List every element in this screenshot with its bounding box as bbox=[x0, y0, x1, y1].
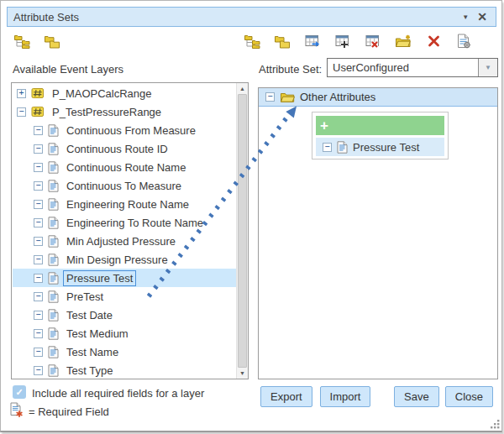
tree-item-label: P_TestPressureRange bbox=[50, 105, 164, 119]
expander-icon[interactable]: − bbox=[34, 292, 43, 301]
tree-item-label: Test Name bbox=[64, 345, 121, 359]
field-icon bbox=[48, 346, 59, 358]
attribute-set-value: UserConfigured bbox=[328, 59, 478, 76]
expander-icon[interactable]: − bbox=[34, 237, 43, 246]
drag-item: − Pressure Test bbox=[316, 138, 444, 156]
tree-scrollbar[interactable]: ▲ ▼ bbox=[236, 83, 248, 379]
tree-item[interactable]: −Min Design Pressure bbox=[13, 250, 236, 269]
attribute-set-tree-icon[interactable] bbox=[243, 33, 261, 50]
event-layer-icon bbox=[31, 106, 45, 118]
dropdown-arrow-icon[interactable]: ▼ bbox=[478, 59, 497, 76]
tree-item-label: Test Medium bbox=[64, 327, 131, 341]
remove-table-icon[interactable] bbox=[364, 33, 382, 50]
tree-item[interactable]: −Engineering Route Name bbox=[13, 195, 236, 213]
browse-attribute-sets-icon[interactable] bbox=[43, 33, 61, 50]
expander-icon[interactable]: − bbox=[34, 255, 43, 264]
close-button[interactable]: Close bbox=[445, 386, 493, 407]
tree-item[interactable]: −PreTest bbox=[13, 287, 236, 306]
expander-icon[interactable]: − bbox=[34, 311, 43, 320]
expander-icon[interactable]: − bbox=[34, 348, 43, 357]
tree-item-label: PreTest bbox=[64, 290, 106, 304]
delete-icon[interactable] bbox=[424, 33, 443, 50]
include-required-checkbox[interactable]: ✓ bbox=[13, 385, 26, 399]
expander-icon[interactable]: − bbox=[34, 366, 43, 375]
tree-item[interactable]: −Test Date bbox=[13, 306, 236, 324]
open-attribute-set-icon[interactable] bbox=[273, 33, 291, 50]
scroll-up-icon[interactable]: ▲ bbox=[237, 83, 248, 94]
tree-item-label: Engineering Route Name bbox=[64, 197, 192, 212]
footer-buttons-left: ExportImport bbox=[260, 386, 370, 407]
tree-item-label: Min Design Pressure bbox=[64, 253, 171, 267]
attribute-set-dropdown[interactable]: UserConfigured ▼ bbox=[327, 58, 498, 77]
expander-icon[interactable]: − bbox=[34, 200, 43, 209]
drop-indicator: + bbox=[316, 116, 444, 135]
field-icon bbox=[48, 290, 59, 303]
close-icon[interactable]: ✕ bbox=[477, 11, 487, 23]
import-button[interactable]: Import bbox=[320, 386, 371, 407]
export-table-icon[interactable] bbox=[303, 33, 322, 50]
field-icon bbox=[48, 272, 59, 285]
titlebar[interactable]: Attribute Sets ▼ ✕ bbox=[7, 7, 496, 27]
footer-buttons-right: SaveClose bbox=[394, 386, 493, 407]
scroll-thumb[interactable] bbox=[238, 94, 247, 368]
expander-icon[interactable]: − bbox=[34, 144, 43, 154]
expander-icon[interactable]: − bbox=[265, 92, 275, 102]
tree-item[interactable]: −Continuous To Measure bbox=[13, 176, 236, 195]
expander-icon[interactable]: − bbox=[34, 126, 43, 135]
attribute-set-panel: − Other Attributes + − Pressure Test bbox=[258, 87, 498, 379]
save-button[interactable]: Save bbox=[394, 386, 439, 407]
tree-item[interactable]: −Test Medium bbox=[13, 324, 236, 342]
expander-icon[interactable]: − bbox=[34, 274, 43, 283]
scroll-down-icon[interactable]: ▼ bbox=[237, 368, 248, 379]
field-icon bbox=[48, 180, 59, 192]
available-layers-panel: +P_MAOPCalcRange−P_TestPressureRange−Con… bbox=[11, 82, 249, 379]
expander-icon[interactable]: − bbox=[34, 181, 43, 191]
new-attribute-set-icon[interactable] bbox=[13, 33, 31, 50]
expander-icon[interactable]: − bbox=[34, 329, 43, 338]
field-icon bbox=[48, 161, 59, 174]
tree-item-label: Pressure Test bbox=[64, 271, 135, 285]
tree-item[interactable]: −Min Adjusted Pressure bbox=[13, 232, 236, 250]
checkbox-label: Include all required fields for a layer bbox=[32, 387, 204, 400]
export-button[interactable]: Export bbox=[260, 386, 312, 407]
tree-item[interactable]: −Continuous Route ID bbox=[13, 139, 236, 158]
expander-icon[interactable]: + bbox=[17, 89, 26, 98]
tree-item[interactable]: +P_MAOPCalcRange bbox=[13, 84, 236, 102]
tree-item-label: Test Date bbox=[64, 308, 115, 322]
required-field-legend: = Required Field bbox=[29, 405, 109, 418]
other-attributes-group[interactable]: − Other Attributes bbox=[259, 88, 497, 107]
group-label: Other Attributes bbox=[300, 91, 375, 103]
expander-icon[interactable]: − bbox=[34, 163, 43, 172]
field-icon bbox=[48, 254, 59, 266]
settings-report-icon[interactable] bbox=[454, 33, 473, 50]
plus-icon: + bbox=[320, 118, 328, 133]
expander-icon[interactable]: − bbox=[17, 107, 26, 117]
add-table-icon[interactable] bbox=[333, 33, 352, 50]
field-icon bbox=[48, 198, 59, 211]
drag-preview: + − Pressure Test bbox=[312, 112, 449, 159]
field-icon bbox=[337, 141, 348, 154]
tree-item[interactable]: −Pressure Test bbox=[13, 269, 236, 287]
new-folder-icon[interactable] bbox=[394, 33, 412, 50]
tree-item[interactable]: −Continuous From Measure bbox=[13, 121, 236, 139]
tree-item[interactable]: −Continuous Route Name bbox=[13, 158, 236, 176]
tree-item[interactable]: −P_TestPressureRange bbox=[13, 102, 236, 121]
toolbar-right bbox=[243, 33, 473, 50]
field-icon bbox=[48, 124, 59, 137]
field-icon bbox=[48, 364, 59, 377]
event-layer-tree: +P_MAOPCalcRange−P_TestPressureRange−Con… bbox=[13, 84, 236, 378]
tree-item[interactable]: −Engineering To Route Name bbox=[13, 213, 236, 232]
attribute-sets-dialog: Attribute Sets ▼ ✕ Available Event Layer… bbox=[0, 0, 502, 432]
tree-item[interactable]: −Test Name bbox=[13, 342, 236, 361]
tree-item-label: P_MAOPCalcRange bbox=[50, 86, 155, 101]
required-field-icon bbox=[10, 402, 24, 421]
resize-grip[interactable] bbox=[490, 418, 501, 429]
attribute-set-label: Attribute Set: bbox=[259, 63, 322, 76]
expander-icon: − bbox=[323, 143, 332, 152]
titlebar-controls: ▼ ✕ bbox=[462, 11, 487, 23]
collapse-caret-icon[interactable]: ▼ bbox=[462, 13, 469, 21]
tree-item-label: Engineering To Route Name bbox=[64, 216, 206, 230]
toolbar-left bbox=[13, 33, 61, 50]
expander-icon[interactable]: − bbox=[34, 218, 43, 227]
tree-item[interactable]: −Test Type bbox=[13, 361, 236, 378]
